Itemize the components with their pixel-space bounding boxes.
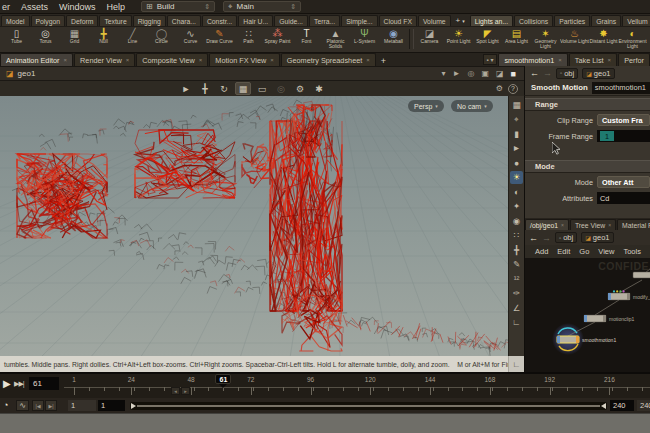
shelf-tool-grid[interactable]: ▦Grid — [60, 27, 89, 52]
path-node-label[interactable]: geo1 — [18, 69, 36, 78]
shelf-tool-geometry-light[interactable]: ✶Geometry Light — [531, 27, 560, 52]
net-tab-material-p[interactable]: Material P — [617, 219, 650, 230]
playback-range-slider[interactable] — [130, 402, 607, 410]
breadcrumb-obj[interactable]: ▫ obj — [556, 68, 578, 79]
pane-tab-smoothmotion1[interactable]: smoothmotion1× — [498, 53, 567, 66]
point-numbers-icon[interactable]: ¹² — [510, 272, 523, 286]
shelf-tool-draw-curve[interactable]: ✎Draw Curve — [205, 27, 234, 52]
range-handle-left[interactable] — [131, 403, 136, 409]
lighting-icon[interactable]: ☀ — [510, 171, 523, 185]
shelf-tool-environment-light[interactable]: ◐Environment Light — [618, 27, 647, 52]
pane-tab-render-view[interactable]: Render View× — [74, 53, 135, 66]
network-menu-go[interactable]: Go — [579, 247, 589, 256]
no-cam-pill[interactable]: No cam ▾ — [451, 100, 493, 112]
clip-range-dropdown[interactable]: Custom Fra — [597, 114, 650, 126]
help-icon[interactable]: ? — [508, 84, 518, 94]
shelf-tool-spray-paint[interactable]: ⁂Spray Paint — [263, 27, 292, 52]
shelf-tool-distant-light[interactable]: ✸Distant Light — [589, 27, 618, 52]
shaded-view-icon[interactable]: ▦ — [235, 82, 251, 95]
shelf-tool-circle[interactable]: ◯Circle — [147, 27, 176, 52]
select-mode-icon[interactable]: ► — [510, 142, 523, 156]
pane-tab-animation-editor[interactable]: Animation Editor× — [0, 53, 73, 66]
playhead-marker[interactable]: 61 — [215, 374, 231, 388]
current-frame-field[interactable]: 61 — [29, 377, 59, 390]
global-end-field[interactable]: 240 — [637, 400, 650, 411]
shelf-tool-line[interactable]: ╱Line — [118, 27, 147, 52]
pane-split-widget[interactable]: ▪ ▾ — [483, 54, 498, 65]
shelf-tool-point-light[interactable]: ☀Point Light — [444, 27, 473, 52]
range-start-field[interactable]: 1 — [98, 400, 125, 411]
shelf-tool-curve[interactable]: ∿Curve — [176, 27, 205, 52]
view-rotate-icon[interactable]: ↻ — [216, 82, 232, 95]
attributes-field[interactable]: Cd — [597, 192, 650, 204]
breadcrumb-geo1[interactable]: ◪ geo1 — [581, 232, 613, 243]
view-change-icon[interactable]: ∟ — [508, 356, 524, 372]
shelf-tab-model[interactable]: Model — [1, 15, 30, 26]
close-icon[interactable]: × — [126, 57, 130, 63]
breadcrumb-geo1[interactable]: ◪ geo1 — [582, 68, 614, 79]
close-icon[interactable]: × — [366, 57, 370, 63]
shelf-tool-path[interactable]: ∷Path — [234, 27, 263, 52]
radial-menu-icon[interactable]: ◎ — [467, 69, 474, 78]
viewport-layout-icon[interactable]: ✱ — [311, 82, 327, 95]
shelf-tool-metaball[interactable]: ◉Metaball — [379, 27, 408, 52]
shelf-tab-grains[interactable]: Grains — [591, 15, 621, 26]
pane-tab-geometry-spreadsheet[interactable]: Geometry Spreadsheet× — [281, 53, 376, 66]
points-display-icon[interactable]: ∷ — [510, 229, 523, 243]
network-canvas[interactable]: CONFIDE modify_cdmotionclip1smoothmotion… — [524, 258, 650, 374]
shelf-tab-terra-[interactable]: Terra... — [309, 15, 340, 26]
range-bracket-left[interactable]: ◂ — [171, 387, 180, 395]
shelf-tab-polygon[interactable]: Polygon — [31, 15, 66, 26]
audio-button[interactable]: ∿ — [16, 400, 29, 411]
shelf-tab-constr-[interactable]: Constr... — [202, 15, 237, 26]
pane-tab-perfor[interactable]: Perfor — [618, 53, 650, 66]
section-range[interactable]: Range — [525, 98, 650, 111]
net-tab-tree-view[interactable]: Tree View× — [570, 219, 616, 230]
material-icon[interactable]: ◉ — [510, 214, 523, 228]
shelf-tool-spot-light[interactable]: ◤Spot Light — [473, 27, 502, 52]
step-back-button[interactable]: |◀ — [32, 400, 44, 411]
pane-tab-take-list[interactable]: Take List× — [569, 53, 617, 66]
menu-item-er[interactable]: er — [2, 2, 10, 12]
pane-tab-composite-view[interactable]: Composite View× — [136, 53, 208, 66]
breadcrumb-obj[interactable]: ▫ obj — [555, 232, 577, 243]
mode-dropdown[interactable]: Other Att — [597, 176, 650, 188]
range-end-field[interactable]: 240 — [610, 400, 634, 411]
close-icon[interactable]: × — [558, 57, 562, 63]
frame-icon[interactable]: ▭ — [254, 82, 270, 95]
play-to-end-button[interactable]: ▶▶| — [14, 379, 24, 389]
close-icon[interactable]: × — [608, 222, 611, 228]
desktop-selector[interactable]: ⊞ Build ⇕ — [141, 1, 215, 12]
frame-range-field[interactable]: 1 — [597, 130, 650, 142]
global-start-field[interactable]: 1 — [68, 400, 96, 411]
corner-icon[interactable]: ∟ — [510, 316, 523, 330]
shading-icon[interactable]: ● — [510, 156, 523, 170]
close-icon[interactable]: × — [608, 57, 612, 63]
marker-icon[interactable]: ✑ — [510, 287, 523, 301]
layout-icon[interactable]: ▦ — [510, 98, 523, 112]
shelf-tool-torus[interactable]: ◎Torus — [31, 27, 60, 52]
network-node-smoothmotion1[interactable]: smoothmotion1 — [557, 336, 616, 343]
node-name-field[interactable]: smoothmotion1 — [592, 82, 650, 94]
realtime-toggle-icon[interactable]: ◔ — [3, 400, 8, 410]
shelf-tab-simple-[interactable]: Simple... — [341, 15, 377, 26]
forward-arrow-icon[interactable]: → — [543, 68, 552, 78]
shelf-tab-texture[interactable]: Texture — [99, 15, 131, 26]
shelf-tool-font[interactable]: TFont — [292, 27, 321, 52]
translate-handle-icon[interactable]: ╋ — [197, 82, 213, 95]
normals-icon[interactable]: ╋ — [510, 243, 523, 257]
shelf-tool-l-system[interactable]: ΨL-System — [350, 27, 379, 52]
stowbar-icon[interactable]: ■ — [511, 69, 516, 79]
network-menu-view[interactable]: View — [598, 247, 614, 256]
shelf-tool-tube[interactable]: ▯Tube — [2, 27, 31, 52]
scene-selector[interactable]: ⌖ Main ⇕ — [223, 1, 301, 12]
pin-icon[interactable]: ► — [453, 69, 461, 78]
select-arrow-icon[interactable]: ► — [178, 82, 194, 95]
add-pane-tab-button[interactable]: + — [377, 56, 390, 66]
close-icon[interactable]: × — [199, 57, 203, 63]
flipbook-icon[interactable]: ◎ — [273, 82, 289, 95]
menu-item-assets[interactable]: Assets — [21, 2, 48, 12]
shelf-tab-cloud-fx[interactable]: Cloud FX — [379, 15, 417, 26]
lock-icon[interactable]: ▮ — [510, 127, 523, 141]
measure-icon[interactable]: ∠ — [510, 301, 523, 315]
